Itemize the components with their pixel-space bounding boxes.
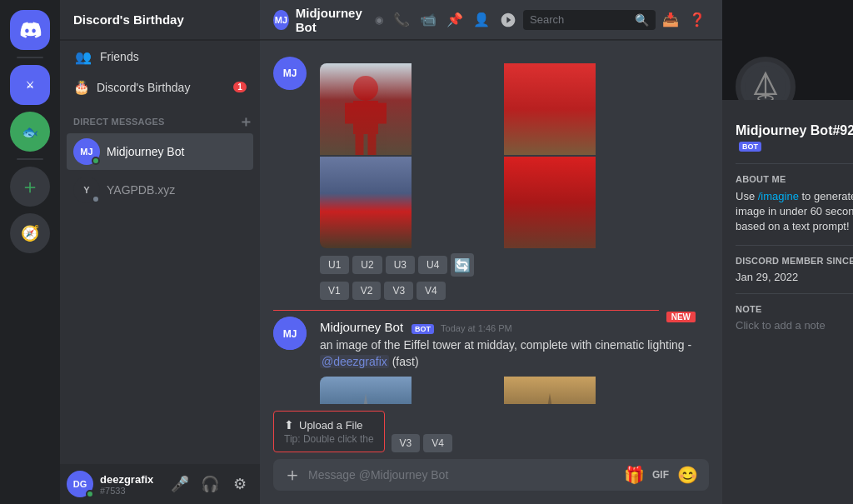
chat-input-wrapper: ＋ 🎁 GIF 😊 — [273, 459, 709, 491]
profile-divider-3 — [736, 293, 853, 294]
about-me-text: Use /imagine to generate an image in und… — [736, 189, 853, 235]
search-icon: 🔍 — [635, 13, 649, 27]
canada-v1-button[interactable]: V1 — [320, 282, 349, 300]
dm-item-midjourney[interactable]: MJ Midjourney Bot — [67, 133, 253, 170]
current-username: deezgrafix — [100, 473, 160, 486]
attachment-button[interactable]: ＋ — [283, 462, 302, 487]
header-icons: 📞 📹 📌 👤 🔍 📥 ❓ — [390, 8, 709, 32]
gift-icon[interactable]: 🎁 — [622, 463, 646, 487]
eiffel-v-buttons: V3 V4 — [385, 411, 452, 456]
eiffel-message-content: an image of the Eiffel tower at midday, … — [320, 337, 709, 370]
dm-item-yagpdb[interactable]: Y YAGPDB.xyz — [67, 172, 253, 208]
eiffel-message-author[interactable]: Midjourney Bot — [320, 320, 403, 334]
canada-u3-button[interactable]: U3 — [386, 256, 415, 274]
canada-v2-button[interactable]: V2 — [352, 282, 382, 300]
svg-marker-8 — [362, 393, 370, 404]
image-cell-canada-bl — [320, 157, 412, 248]
add-dm-button[interactable]: ＋ — [238, 114, 253, 129]
message-avatar-mj2[interactable]: MJ — [273, 317, 307, 350]
user-profile-panel: / Midjourney Bot#9282 BOT ABOUT ME Use /… — [722, 0, 853, 504]
eiffel-v3-button[interactable]: V3 — [392, 434, 421, 452]
server-icon-custom2[interactable]: 🐟 — [10, 112, 50, 152]
canada-actions-row1: U1 U2 U3 U4 🔄 — [320, 253, 709, 277]
emoji-icon[interactable]: 😊 — [676, 463, 699, 487]
message-group-eiffel: MJ Midjourney Bot BOT Today at 1:46 PM a… — [260, 313, 722, 404]
dm-section-header: DIRECT MESSAGES ＋ — [60, 101, 260, 132]
canada-u4-button[interactable]: U4 — [418, 256, 447, 274]
canada-u1-button[interactable]: U1 — [320, 256, 349, 274]
svg-rect-3 — [377, 103, 387, 124]
birthday-badge: 1 — [233, 82, 247, 92]
chat-channel-name: Midjourney Bot — [296, 6, 367, 34]
friends-nav-item[interactable]: 👥 Friends — [67, 40, 253, 73]
bot-indicator: ◉ — [375, 14, 383, 26]
svg-rect-2 — [345, 103, 356, 124]
profile-bot-badge: BOT — [739, 142, 761, 152]
sidebar-channel-name: Discord's Birthday — [73, 12, 247, 27]
profile-avatar-area — [736, 57, 796, 100]
deafen-button[interactable]: 🎧 — [197, 471, 223, 497]
server-list: ⚔ 🐟 ＋ 🧭 — [0, 0, 60, 504]
explore-button[interactable]: 🧭 — [10, 213, 50, 253]
image-cell-canada-tr — [504, 63, 596, 155]
svg-text:MJ: MJ — [283, 328, 297, 340]
pin-icon[interactable]: 📌 — [443, 8, 466, 32]
profile-icon[interactable] — [496, 8, 520, 32]
current-user-tag: #7533 — [100, 486, 160, 496]
svg-rect-4 — [356, 134, 364, 155]
member-since-date: Jan 29, 2022 — [736, 271, 853, 283]
message-group-canada: MJ — [260, 53, 722, 303]
discord-home-button[interactable] — [10, 10, 50, 50]
search-bar[interactable]: 🔍 — [523, 10, 656, 30]
main-chat: MJ Midjourney Bot ◉ 📞 📹 📌 👤 🔍 📥 ❓ MJ — [260, 0, 722, 504]
chat-header: MJ Midjourney Bot ◉ 📞 📹 📌 👤 🔍 📥 ❓ — [260, 0, 722, 40]
bot-badge: BOT — [412, 324, 434, 334]
friends-icon: 👥 — [73, 47, 93, 67]
user-status-dot — [86, 490, 94, 498]
messages-area: MJ — [260, 40, 722, 404]
settings-button[interactable]: ⚙ — [227, 471, 253, 497]
add-member-icon[interactable]: 👤 — [470, 8, 493, 32]
server-icon-custom1[interactable]: ⚔ — [10, 65, 50, 105]
profile-name: Midjourney Bot#9282 BOT — [736, 123, 853, 153]
mention-deezgrafix[interactable]: @deezgrafix — [320, 355, 389, 368]
yagpdb-status-dot — [92, 195, 100, 203]
gif-icon[interactable]: GIF — [649, 463, 672, 487]
member-since-title: DISCORD MEMBER SINCE — [736, 256, 853, 266]
bottom-icons: 🎤 🎧 ⚙ — [167, 471, 253, 497]
birthday-icon: 🎂 — [73, 79, 90, 95]
sidebar-header: Discord's Birthday — [60, 0, 260, 40]
image-cell-canada-br — [504, 157, 596, 248]
add-server-button[interactable]: ＋ — [10, 167, 50, 207]
image-cell-eiffel-tr — [504, 377, 596, 404]
friends-label: Friends — [100, 50, 139, 63]
channel-sidebar: Discord's Birthday 👥 Friends 🎂 Discord's… — [60, 0, 260, 504]
dm-name-yagpdb: YAGPDB.xyz — [107, 183, 247, 197]
message-input[interactable] — [308, 459, 616, 491]
message-avatar-mj[interactable]: MJ — [273, 57, 307, 90]
call-icon[interactable]: 📞 — [390, 8, 413, 32]
note-input[interactable]: Click to add a note — [736, 319, 853, 332]
image-cell-canada-tl — [320, 63, 412, 155]
birthday-nav-item[interactable]: 🎂 Discord's Birthday 1 — [67, 74, 253, 100]
eiffel-message-timestamp: Today at 1:46 PM — [441, 323, 512, 333]
video-icon[interactable]: 📹 — [417, 8, 440, 32]
canada-refresh-button[interactable]: 🔄 — [451, 253, 474, 277]
profile-avatar[interactable] — [736, 57, 796, 100]
user-info: deezgrafix #7533 — [100, 473, 160, 496]
profile-body: Midjourney Bot#9282 BOT ABOUT ME Use /im… — [722, 100, 853, 345]
search-input[interactable] — [530, 13, 630, 26]
profile-divider-2 — [736, 245, 853, 246]
eiffel-actions-row2-and-upload: ⬆ Upload a File Tip: Double click the V3… — [273, 411, 709, 456]
dm-section-label: DIRECT MESSAGES — [73, 117, 165, 127]
eiffel-v4-button[interactable]: V4 — [423, 434, 452, 452]
canada-v4-button[interactable]: V4 — [417, 282, 446, 300]
mute-button[interactable]: 🎤 — [167, 471, 193, 497]
canada-u2-button[interactable]: U2 — [352, 256, 382, 274]
current-user-avatar[interactable]: DG — [67, 471, 93, 497]
canada-v3-button[interactable]: V3 — [384, 282, 413, 300]
inbox-icon[interactable]: 📥 — [659, 8, 682, 32]
dm-avatar-yagpdb: Y — [73, 177, 100, 203]
user-panel: DG deezgrafix #7533 🎤 🎧 ⚙ — [60, 464, 260, 504]
help-icon[interactable]: ❓ — [686, 8, 709, 32]
